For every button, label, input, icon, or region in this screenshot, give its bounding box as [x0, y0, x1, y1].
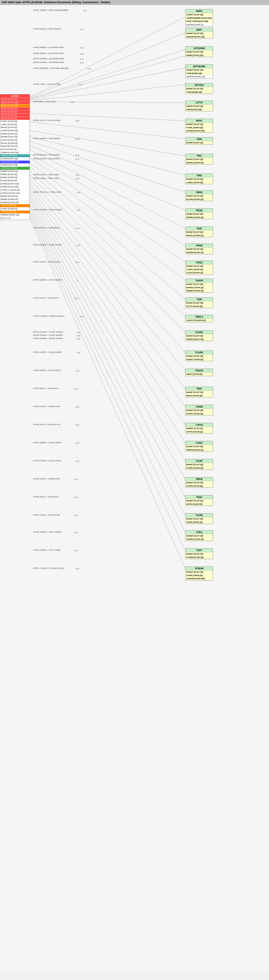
t042z-row-mandt: MANDT [CLNT (3)] — [186, 264, 213, 268]
rel-tjh19-label: JHTFK-FKTYP = TJH19-FKTYP — [33, 423, 60, 426]
rel-jgtgpnr1-card: 0..N — [80, 47, 83, 49]
rel-t005a-card: 0..N — [75, 174, 79, 176]
t042z-row-zlsch: ZLSCH [CHAR (1)] — [186, 271, 213, 274]
rel-t001a-card: 0..N — [75, 154, 79, 156]
svg-line-26 — [30, 199, 185, 461]
diagram-container: JHTFK MANDT [CLNT (3)] VBELN [CHAR (10)]… — [0, 5, 269, 973]
svg-line-10 — [30, 137, 185, 175]
jhtfk-row-logsys: LOGSYS [CHAR (10)] — [0, 192, 30, 195]
t047m-row-mandt: MANDT [CLNT (3)] — [186, 283, 213, 286]
t005-header: T005 — [186, 174, 213, 177]
rel-tsav-card: 0..N — [75, 496, 78, 498]
ska1-header: SKA1 — [186, 119, 213, 123]
t001-row-mandt: MANDT [CLNT (3)] — [186, 158, 213, 161]
t024e-row-mandt: MANDT [CLNT (3)] — [186, 212, 213, 216]
rel-t047m-label: JHTFK-MABER = T047M-MABER — [33, 279, 62, 281]
rel-ska1-card: 0..N — [75, 120, 79, 122]
jhtfk-row-mschl: MSCHL [CHAR (1)] — [0, 142, 30, 145]
jhtfk-row-zlsch: ZLSCH [CHAR (1)] — [0, 138, 30, 142]
tsav-header: TSAV — [186, 495, 213, 499]
jhtfk-row-stceg_l: STCEG_L [CHAR (3)] — [0, 188, 30, 192]
rel-tcurc2-card: 0..N — [77, 335, 80, 337]
rel-t040s-card: 0..N — [77, 244, 80, 246]
rel-tjjaf-card: 0..N — [75, 460, 79, 462]
rel-t047m-card: 1.. — [77, 279, 79, 282]
tvkt-row-ktgrd: KTGRD [CHAR (2)] — [186, 555, 213, 559]
tmcb-row-mandt: MANDT [CLNT (3)] — [186, 481, 213, 484]
jhtfk-row-stafo: STAFO [CHAR (6)] — [0, 167, 30, 170]
tjjaf-table: TJJAF MANDT [CLNT (3)] KTGRV [CHAR (2)] — [185, 459, 213, 470]
vcnum-row-ccnum: CCNUM [CHAR (25)] — [186, 577, 213, 580]
tsav-row-mandt: MANDT [CLNT (3)] — [186, 499, 213, 503]
jhtfk-row-waerk: WAERK [CUKY (5)] — [0, 135, 30, 138]
connector-lines — [0, 5, 269, 980]
rel-adrc-card: 0..N — [83, 10, 87, 12]
t040s-row-mandt: MANDT [CLNT (3)] — [186, 247, 213, 251]
t001-row-bukrs: BUKRS [CHAR (4)] — [186, 161, 213, 164]
rel-tinc-card: 0..N — [75, 388, 78, 390]
tjjaf-header: TJJAF — [186, 459, 213, 463]
jhtfk-row-vnr: VNR [CHAR (10)] — [0, 204, 30, 207]
rel-ska1-label: JHTFK-CCACT = SKA1-SAKNR — [33, 119, 61, 121]
t047m-header: T047M — [186, 279, 213, 283]
tvcin-table: TVCIN MANDT [CLNT (3)] CCINS [CHAR (4)] — [185, 513, 213, 524]
tjh19-row-mandt: MANDT [CLNT (3)] — [186, 427, 213, 430]
tcurc-header: TCURC — [186, 331, 213, 334]
rel-t005a-label: JHTFK-LAND1 = T005-LAND1 — [33, 173, 59, 176]
jhtfk-row-adrnr: ADRNR [CHAR (10)] — [0, 151, 30, 154]
rel-tcurv-card: 0..N — [77, 352, 80, 354]
rel-jhtvko-label: JHTFK-VTNR = JHTVKO-VTNR — [33, 83, 61, 85]
svg-line-19 — [30, 175, 185, 332]
vcnum-table: VCNUM MANDT [CLNT (3)] CCINS [CHAR (4)] … — [185, 566, 213, 581]
jhtfk-row-regio: REGIO [CHAR (3)] — [0, 126, 30, 129]
vcnum-row-ccins: CCINS [CHAR (4)] — [186, 574, 213, 577]
tjh05-row-fkart: FKART [CHAR (4)] — [186, 412, 213, 415]
tjjaf-row-ktgrv: KTGRV [CHAR (2)] — [186, 466, 213, 470]
t024e-row-ekdrg: EKDRG [CHAR (4)] — [186, 216, 213, 219]
rel-eikp-card: 0..N — [80, 28, 83, 30]
ska1-row-mandt: MANDT [CLNT (3)] — [186, 123, 213, 126]
jhtfk-row-ccins: CCINS [CHAR (4)] — [0, 154, 30, 157]
rel-tmcb-card: 0..N — [75, 478, 78, 480]
jhtfk-row-uebar: UEBAR [CHAR (1)] — [0, 132, 30, 135]
rel-jgtgpnr2-card: 0..N — [80, 53, 83, 55]
svg-line-13 — [30, 150, 185, 228]
jhtfk-row-kunrg: KUNRG [CHAR (10)] — [0, 182, 30, 186]
page-title: SAP ABAP table JHTFK {IS-M/AM: Settlemen… — [0, 0, 269, 5]
t042z-row-land1: LAND1 [CHAR (3)] — [186, 268, 213, 271]
tjjaf-row-mandt: MANDT [CLNT (3)] — [186, 463, 213, 466]
svg-line-11 — [30, 141, 185, 192]
t005-row-mandt: MANDT [CLNT (3)] — [186, 177, 213, 181]
rel-tvko-label: JHTFK-VKORG = TVKO-VKORG — [33, 531, 62, 533]
jhtvko-header: JHTVKO — [186, 83, 213, 87]
tjh05-table: TJH05 MANDT [CLNT (3)] FKART [CHAR (4)] — [185, 405, 213, 415]
jhtfk-row-bukrs: BUKRS [CHAR (4)] — [0, 176, 30, 179]
t005s-header: T005S — [186, 191, 213, 194]
svg-line-9 — [30, 130, 185, 156]
t040-header: T040 — [186, 227, 213, 231]
tcurv-row-mandt: MANDT [CLNT (3)] — [186, 355, 213, 358]
rel-jgtgpnr2-label: JHTFK-KREZE = JGTGPNR-GPNR — [33, 52, 64, 54]
rel-tvkt-label: JHTFK-KTGRD = TVKT-KTGRD — [33, 549, 61, 551]
rel-tjh41-card: 0..N — [75, 442, 79, 444]
rel-jgtgpnr4-card: 0..N — [80, 62, 83, 64]
t040-row-mschl: MSCHL [CHAR (1)] — [186, 234, 213, 237]
rel-t040s-label: JHTFK-MANSP = T040S-MANSP — [33, 244, 62, 246]
tbdls-row-logsys: LOGSYS [CHAR (10)] — [186, 319, 213, 322]
jgtgpnr-table: JGTGPNR MANDT [CLNT (3)] GPNR [CHAR (10)… — [185, 46, 213, 57]
tcurc-row-mandt: MANDT [CLNT (3)] — [186, 334, 213, 337]
rel-t000-label: JHTFK-MANDT = T000-MANDT — [33, 137, 60, 140]
ska1-row-saknr: SAKNR [CHAR (10)] — [186, 129, 213, 132]
rel-tcurc3-card: 0..N — [77, 338, 80, 340]
t000-table: T000 MANDT [CLNT (3)] — [185, 137, 213, 145]
rel-tcurc1-card: 0..N — [77, 331, 80, 334]
eikp-row-exnum: EXNUM [CHAR (10)] — [186, 35, 213, 38]
tjh05-row-mandt: MANDT [CLNT (3)] — [186, 409, 213, 412]
t005-row-land1: LAND1 [CHAR (3)] — [186, 181, 213, 184]
rel-tcurc3-label: JHTFK-WAERK = TCURC-WAERS — [33, 337, 63, 339]
tjh19-row-fktyp: FKTYP [CHAR (1)] — [186, 430, 213, 434]
jhtfk-row-mandt: MANDT [CLNT (3)] — [0, 98, 30, 101]
rel-t042z-card: 0..N — [75, 261, 79, 263]
rel-tbdls-label: JHTFK-LOGSYS = TBDLS-LOGSYS — [33, 315, 64, 317]
rel-jgtgpnr4-label: JHTFK-KUNRG = JGTGPNR-GPNR — [33, 61, 64, 64]
